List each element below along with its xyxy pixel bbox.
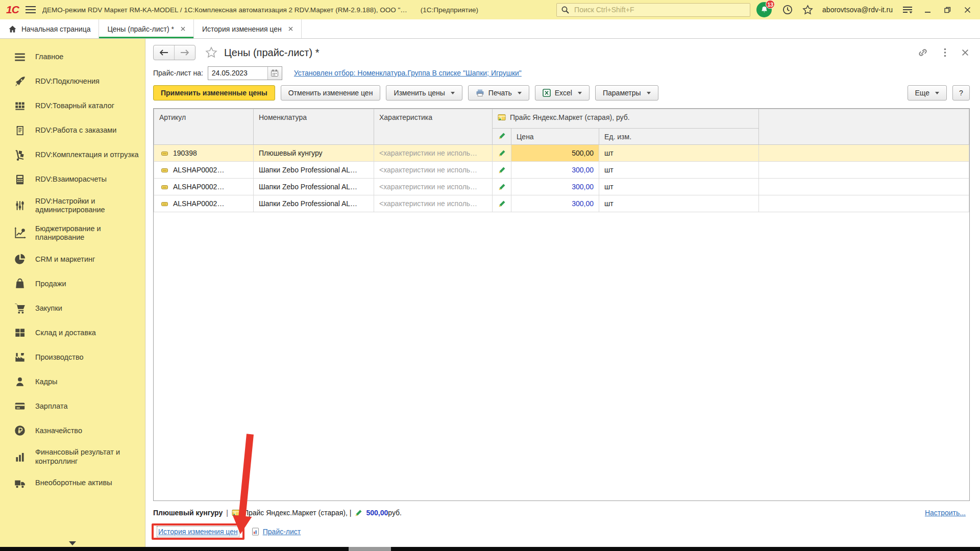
bar-chart-icon: [13, 450, 27, 464]
sidebar-item[interactable]: Склад и доставка: [0, 320, 145, 345]
column-header-nomenclature[interactable]: Номенклатура: [254, 109, 374, 145]
sidebar-item[interactable]: Продажи: [0, 271, 145, 296]
pricelist-date-label: Прайс-лист на:: [153, 69, 203, 77]
forward-button[interactable]: [174, 45, 195, 60]
apply-changed-prices-button[interactable]: Применить измененные цены: [153, 85, 275, 101]
excel-export-button[interactable]: Excel: [535, 85, 590, 101]
pencil-icon: [498, 199, 506, 208]
chevron-down-icon: [647, 92, 651, 94]
sidebar-item[interactable]: RDV:Товарный каталог: [0, 94, 145, 118]
excel-icon: [543, 89, 551, 97]
close-tab-icon[interactable]: [181, 27, 185, 31]
notifications-badge: 13: [766, 0, 775, 9]
table-row[interactable]: ALSHAP0002… Шапки Zebo Professional AL… …: [154, 179, 969, 195]
form-header-actions: [917, 47, 969, 58]
help-button[interactable]: ?: [952, 85, 970, 101]
restore-window-icon[interactable]: [944, 7, 951, 13]
get-link-icon[interactable]: [917, 47, 928, 58]
sidebar-item[interactable]: Внеоборотные активы: [0, 471, 145, 495]
configure-link[interactable]: Настроить...: [925, 509, 966, 517]
application-window: 1С ДЕМО-режим RDV Маркет RM-KA-MODEL / 1…: [0, 0, 980, 547]
history-clock-icon[interactable]: [782, 4, 793, 15]
title-bar: 1С ДЕМО-режим RDV Маркет RM-KA-MODEL / 1…: [0, 0, 980, 19]
global-search[interactable]: [556, 3, 750, 17]
pricelist-report-link[interactable]: Прайс-лист: [263, 528, 301, 536]
tab-label: Цены (прайс-лист) *: [107, 25, 174, 33]
table-row[interactable]: ALSHAP0002… Шапки Zebo Professional AL… …: [154, 195, 969, 212]
close-form-icon[interactable]: [962, 49, 969, 56]
tab-prices[interactable]: Цены (прайс-лист) *: [99, 19, 194, 38]
more-menu-kebab-icon[interactable]: [944, 48, 946, 57]
pricelist-icon: [232, 509, 240, 517]
sidebar-item[interactable]: Главное: [0, 45, 145, 69]
tab-bar: Начальная страница Цены (прайс-лист) * И…: [0, 19, 980, 39]
sidebar-item[interactable]: Финансовый результат и контроллинг: [0, 443, 145, 470]
pricelist-table-body: 190398 Плюшевый кунгуру <характеристики …: [154, 145, 969, 212]
printer-icon: [476, 89, 484, 97]
sidebar-item[interactable]: Казначейство: [0, 418, 145, 443]
close-window-icon[interactable]: [964, 7, 971, 13]
column-header-price[interactable]: Цена: [511, 129, 599, 145]
column-header-characteristic[interactable]: Характеристика: [374, 109, 493, 145]
report-doc-icon: [252, 528, 259, 536]
change-prices-button[interactable]: Изменить цены: [386, 85, 462, 101]
window-title: ДЕМО-режим RDV Маркет RM-KA-MODEL / 1С:К…: [42, 6, 407, 14]
item-tag-icon: [161, 183, 168, 191]
service-menu-icon[interactable]: [902, 5, 913, 14]
tab-price-history[interactable]: История изменения цен: [194, 19, 302, 38]
main-menu-icon[interactable]: [25, 6, 36, 14]
print-button[interactable]: Печать: [468, 85, 529, 101]
user-account[interactable]: aborovtsova@rdv-it.ru: [822, 6, 893, 14]
sidebar-item[interactable]: Закупки: [0, 296, 145, 320]
sidebar-item[interactable]: Производство: [0, 345, 145, 369]
pricelist-date-input[interactable]: [208, 67, 267, 80]
sidebar-item[interactable]: CRM и маркетинг: [0, 247, 145, 271]
chevron-down-icon: [451, 92, 455, 94]
column-group-price-type[interactable]: Прайс Яндекс.Маркет (старая), руб.: [493, 109, 759, 129]
chevron-down-icon: [935, 92, 939, 94]
tab-label: История изменения цен: [202, 25, 282, 33]
sidebar-item[interactable]: Зарплата: [0, 394, 145, 418]
filter-settings-link[interactable]: Установлен отбор: Номенклатура.Группа В …: [294, 69, 522, 77]
column-header-article[interactable]: Артикул: [154, 109, 254, 145]
assets-truck-icon: [13, 477, 27, 490]
price-history-link[interactable]: История изменения цен: [158, 528, 238, 536]
warehouse-icon: [13, 326, 27, 339]
tab-home[interactable]: Начальная страница: [0, 19, 99, 38]
calendar-icon[interactable]: [267, 67, 282, 80]
scroll-down-icon[interactable]: [0, 541, 145, 545]
footer-links: История изменения цен Прайс-лист: [152, 523, 301, 540]
pencil-icon: [498, 132, 506, 140]
more-actions-button[interactable]: Еще: [908, 85, 947, 101]
add-favorite-star-icon[interactable]: [205, 46, 217, 59]
sidebar-item[interactable]: Кадры: [0, 369, 145, 394]
column-header-unit[interactable]: Ед. изм.: [599, 129, 759, 145]
form-header: Цены (прайс-лист) *: [153, 44, 319, 61]
pencil-icon: [498, 166, 506, 174]
page-title: Цены (прайс-лист) *: [224, 47, 319, 59]
chevron-down-icon: [518, 92, 522, 94]
filter-row: Прайс-лист на: Установлен отбор: Номенкл…: [153, 66, 522, 80]
sidebar-item[interactable]: RDV:Взаиморасчеты: [0, 167, 145, 192]
sidebar-item[interactable]: Бюджетирование и планирование: [0, 219, 145, 247]
favorites-star-icon[interactable]: [802, 5, 813, 15]
sidebar-item[interactable]: RDV:Подключения: [0, 69, 145, 94]
sidebar-item[interactable]: RDV:Настройки и администрирование: [0, 192, 145, 219]
calculator-icon: [13, 173, 27, 186]
notifications-button[interactable]: 13: [756, 2, 772, 17]
table-row[interactable]: ALSHAP0002… Шапки Zebo Professional AL… …: [154, 162, 969, 179]
parameters-button[interactable]: Параметры: [595, 85, 658, 101]
sidebar-item[interactable]: RDV:Комплектация и отгрузка: [0, 143, 145, 167]
search-input[interactable]: [573, 5, 746, 14]
selected-price-value: 500,00: [366, 509, 388, 517]
back-button[interactable]: [154, 45, 174, 60]
table-row[interactable]: 190398 Плюшевый кунгуру <характеристики …: [154, 145, 969, 162]
pencil-icon: [498, 183, 506, 191]
tab-label: Начальная страница: [21, 25, 90, 33]
cancel-price-change-button[interactable]: Отменить изменение цен: [281, 85, 381, 101]
minimize-icon[interactable]: [924, 7, 931, 13]
column-header-edit[interactable]: [493, 129, 511, 145]
ruble-icon: [13, 424, 27, 437]
close-tab-icon[interactable]: [288, 27, 293, 31]
sidebar-item[interactable]: RDV:Работа с заказами: [0, 118, 145, 143]
